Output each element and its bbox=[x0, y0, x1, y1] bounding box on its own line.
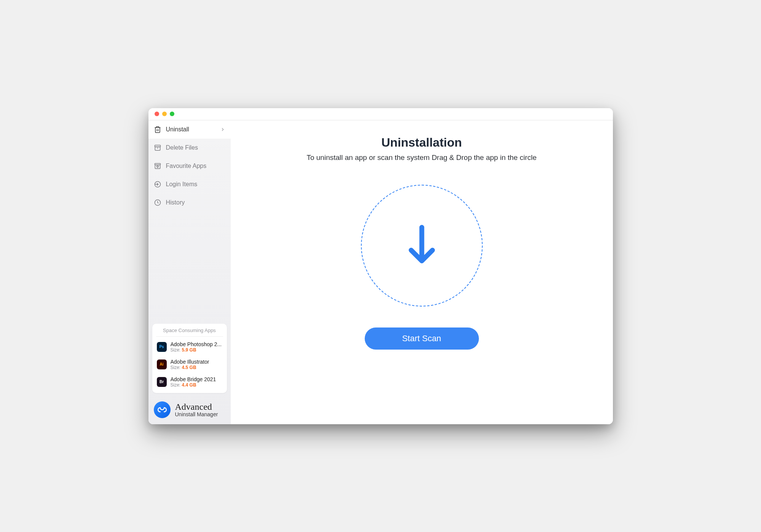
app-icon: Ps bbox=[157, 342, 167, 352]
archive-icon bbox=[154, 144, 161, 152]
sidebar-item-login-items[interactable]: Login Items bbox=[148, 175, 231, 193]
sidebar-item-label: History bbox=[166, 199, 225, 206]
sidebar-item-label: Login Items bbox=[166, 181, 225, 188]
clock-icon bbox=[154, 199, 161, 206]
maximize-icon[interactable] bbox=[170, 112, 174, 116]
brand-line1: Advanced bbox=[175, 402, 218, 411]
sidebar-item-history[interactable]: History bbox=[148, 193, 231, 212]
svg-rect-3 bbox=[155, 165, 160, 168]
trash-icon bbox=[154, 126, 161, 133]
app-size: Size: 5.9 GB bbox=[171, 347, 222, 353]
minimize-icon[interactable] bbox=[162, 112, 167, 116]
sidebar-item-label: Favourite Apps bbox=[166, 163, 225, 169]
brand-line2: Uninstall Manager bbox=[175, 411, 218, 417]
heart-box-icon bbox=[154, 162, 161, 170]
sidebar: Uninstall Delete Files F bbox=[148, 120, 231, 424]
sidebar-item-label: Delete Files bbox=[166, 144, 225, 151]
app-meta: Adobe Illustrator Size: 4.5 GB bbox=[171, 359, 222, 370]
app-icon: Ai bbox=[157, 359, 167, 369]
space-app-row[interactable]: Ai Adobe Illustrator Size: 4.5 GB bbox=[156, 356, 223, 373]
app-name: Adobe Illustrator bbox=[171, 359, 222, 365]
card-title: Space Consuming Apps bbox=[156, 328, 223, 337]
sidebar-item-favourite-apps[interactable]: Favourite Apps bbox=[148, 157, 231, 175]
main-pane: Uninstallation To uninstall an app or sc… bbox=[231, 120, 613, 424]
sidebar-item-delete-files[interactable]: Delete Files bbox=[148, 139, 231, 157]
sidebar-item-label: Uninstall bbox=[166, 126, 215, 133]
app-name: Adobe Photoshop 2... bbox=[171, 341, 222, 347]
window-titlebar bbox=[148, 108, 613, 120]
app-content: Uninstall Delete Files F bbox=[148, 120, 613, 424]
brand-text: Advanced Uninstall Manager bbox=[175, 402, 218, 417]
arrow-down-icon bbox=[403, 223, 441, 268]
close-icon[interactable] bbox=[155, 112, 159, 116]
sidebar-item-uninstall[interactable]: Uninstall bbox=[148, 120, 231, 139]
app-brand: Advanced Uninstall Manager bbox=[148, 397, 231, 424]
space-app-row[interactable]: Br Adobe Bridge 2021 Size: 4.4 GB bbox=[156, 373, 223, 391]
app-name: Adobe Bridge 2021 bbox=[171, 376, 222, 382]
dropzone-circle[interactable] bbox=[361, 185, 483, 307]
app-size: Size: 4.4 GB bbox=[171, 382, 222, 388]
sidebar-nav: Uninstall Delete Files F bbox=[148, 120, 231, 212]
app-meta: Adobe Bridge 2021 Size: 4.4 GB bbox=[171, 376, 222, 388]
svg-rect-1 bbox=[155, 147, 160, 150]
space-consuming-card: Space Consuming Apps Ps Adobe Photoshop … bbox=[152, 324, 227, 393]
app-size: Size: 4.5 GB bbox=[171, 365, 222, 370]
app-meta: Adobe Photoshop 2... Size: 5.9 GB bbox=[171, 341, 222, 353]
space-app-row[interactable]: Ps Adobe Photoshop 2... Size: 5.9 GB bbox=[156, 338, 223, 356]
brand-logo-icon bbox=[154, 401, 171, 418]
page-title: Uninstallation bbox=[381, 136, 462, 150]
app-icon: Br bbox=[157, 377, 167, 387]
login-icon bbox=[154, 181, 161, 188]
start-scan-button[interactable]: Start Scan bbox=[365, 328, 479, 350]
page-subtitle: To uninstall an app or scan the system D… bbox=[306, 153, 536, 162]
chevron-right-icon bbox=[220, 127, 225, 132]
app-window: Uninstall Delete Files F bbox=[148, 108, 613, 424]
